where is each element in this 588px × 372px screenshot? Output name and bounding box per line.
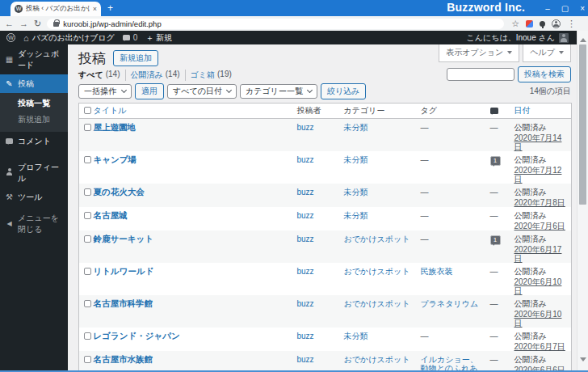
category-link[interactable]: 未分類 bbox=[344, 155, 368, 164]
new-tab-button[interactable]: + bbox=[107, 2, 113, 14]
search-posts-button[interactable]: 投稿を検索 bbox=[518, 66, 571, 82]
scroll-up-icon[interactable] bbox=[580, 35, 586, 42]
post-status: 公開済み bbox=[514, 155, 569, 164]
back-icon[interactable]: ← bbox=[5, 19, 14, 28]
screen-options-button[interactable]: 表示オプション bbox=[439, 44, 519, 62]
home-icon: ⌂ bbox=[23, 33, 29, 43]
author-link[interactable]: buzz bbox=[297, 188, 314, 197]
site-name-link[interactable]: ⌂ バズのお出かけブログ bbox=[23, 32, 115, 44]
sidebar-item-tools[interactable]: ⚒ ツール bbox=[0, 188, 68, 206]
column-header-title[interactable]: タイトル bbox=[90, 104, 294, 119]
admin-bar-comments-link[interactable]: 0 bbox=[123, 33, 138, 42]
submenu-item-add-new[interactable]: 新規追加 bbox=[0, 112, 68, 128]
apply-button[interactable]: 適用 bbox=[135, 83, 164, 99]
author-link[interactable]: buzz bbox=[297, 355, 314, 364]
post-title-link[interactable]: 鈴鹿サーキット bbox=[94, 234, 153, 243]
status-filter-link[interactable]: 公開済み(14) bbox=[131, 70, 180, 81]
sidebar-item-dashboard[interactable]: ▦ ダッシュボード bbox=[0, 44, 68, 74]
sidebar-item-posts[interactable]: ✎ 投稿 bbox=[0, 74, 68, 93]
vertical-scrollbar[interactable] bbox=[577, 31, 588, 370]
post-title-link[interactable]: リトルワールド bbox=[94, 266, 154, 276]
tab-close-icon[interactable]: × bbox=[93, 5, 97, 13]
category-link[interactable]: おでかけスポット bbox=[344, 355, 410, 364]
row-checkbox[interactable] bbox=[84, 300, 91, 307]
browser-menu-icon[interactable]: ⋮ bbox=[567, 19, 576, 28]
extension-icon[interactable] bbox=[526, 20, 533, 27]
category-link[interactable]: 未分類 bbox=[344, 123, 368, 132]
refresh-icon[interactable]: ↻ bbox=[34, 19, 41, 28]
post-title-link[interactable]: 名古屋市科学館 bbox=[94, 298, 153, 308]
table-header-row: タイトル 投稿者 カテゴリー タグ 日付 bbox=[79, 104, 572, 119]
browser-profile-icon[interactable] bbox=[552, 19, 561, 28]
help-button[interactable]: ヘルプ bbox=[523, 44, 571, 62]
user-avatar bbox=[559, 33, 569, 43]
post-title-link[interactable]: 屋上遊園地 bbox=[94, 122, 136, 132]
row-checkbox[interactable] bbox=[84, 356, 91, 363]
author-link[interactable]: buzz bbox=[297, 123, 314, 132]
lock-icon bbox=[53, 22, 59, 27]
row-checkbox[interactable] bbox=[84, 268, 91, 275]
row-checkbox[interactable] bbox=[84, 235, 91, 243]
minimize-button[interactable]: – bbox=[545, 4, 550, 13]
category-filter-select[interactable]: カテゴリー一覧 bbox=[240, 84, 317, 99]
post-title-link[interactable]: 夏の花火大会 bbox=[94, 187, 145, 197]
author-link[interactable]: buzz bbox=[297, 235, 314, 243]
filter-button[interactable]: 絞り込み bbox=[321, 83, 366, 99]
category-link[interactable]: 未分類 bbox=[344, 188, 368, 197]
row-checkbox[interactable] bbox=[84, 332, 91, 340]
row-checkbox[interactable] bbox=[84, 212, 91, 219]
maximize-button[interactable]: ▢ bbox=[561, 4, 569, 13]
person-icon bbox=[6, 168, 14, 176]
status-filter-link[interactable]: ゴミ箱(19) bbox=[191, 70, 232, 81]
author-link[interactable]: buzz bbox=[297, 267, 314, 276]
search-input[interactable] bbox=[447, 68, 514, 81]
category-link[interactable]: 未分類 bbox=[344, 211, 368, 220]
sidebar-item-profile[interactable]: プロフィール bbox=[0, 158, 68, 188]
author-link[interactable]: buzz bbox=[297, 211, 314, 220]
column-header-author: 投稿者 bbox=[294, 104, 341, 119]
sidebar-collapse-menu[interactable]: ◀ メニューを閉じる bbox=[0, 209, 68, 239]
comment-count-badge[interactable]: 1 bbox=[490, 235, 501, 245]
bookmark-star-icon[interactable]: ☆ bbox=[511, 19, 519, 28]
status-filter-link[interactable]: すべて(14) bbox=[78, 70, 120, 81]
wordpress-logo-icon[interactable]: W bbox=[6, 33, 15, 42]
category-link[interactable]: 未分類 bbox=[344, 332, 368, 340]
row-checkbox[interactable] bbox=[84, 188, 91, 196]
row-checkbox[interactable] bbox=[84, 156, 91, 163]
comments-icon bbox=[6, 138, 13, 144]
sidebar-item-comments[interactable]: コメント bbox=[0, 132, 68, 150]
url-bar[interactable]: kuroobi.jp/wp-admin/edit.php bbox=[47, 19, 504, 29]
tag-link[interactable]: イルカショー、動物とのふれあい bbox=[421, 355, 478, 372]
admin-bar-new-link[interactable]: ＋ 新規 bbox=[145, 32, 172, 44]
add-new-post-button[interactable]: 新規追加 bbox=[113, 50, 158, 66]
admin-bar-account[interactable]: こんにちは、Inoue さん bbox=[467, 32, 569, 44]
tag-link[interactable]: プラネタリウム bbox=[421, 299, 479, 308]
date-filter-select[interactable]: すべての日付 bbox=[167, 84, 237, 99]
post-title-link[interactable]: レゴランド・ジャパン bbox=[94, 331, 180, 340]
post-title-link[interactable]: 名古屋城 bbox=[94, 210, 128, 220]
browser-tab[interactable]: W 投稿 ‹ バズのお出かけブログ — Wor × bbox=[10, 2, 101, 16]
post-title-link[interactable]: 名古屋市水族館 bbox=[94, 354, 153, 364]
comment-count-badge[interactable]: 1 bbox=[490, 156, 501, 166]
author-link[interactable]: buzz bbox=[297, 299, 314, 308]
scroll-down-icon[interactable] bbox=[580, 357, 586, 365]
category-link[interactable]: おでかけスポット bbox=[344, 267, 410, 276]
post-title-link[interactable]: キャンプ場 bbox=[94, 154, 136, 164]
category-link[interactable]: おでかけスポット bbox=[344, 235, 410, 243]
category-link[interactable]: おでかけスポット bbox=[344, 299, 410, 308]
forward-icon[interactable]: → bbox=[19, 19, 28, 28]
select-all-checkbox[interactable] bbox=[84, 107, 91, 114]
table-toolbar: 一括操作 適用 すべての日付 カテゴリー一覧 絞り込み 14個の項目 bbox=[78, 83, 571, 99]
column-header-date[interactable]: 日付 bbox=[511, 104, 572, 119]
row-checkbox[interactable] bbox=[84, 124, 91, 131]
author-link[interactable]: buzz bbox=[297, 155, 314, 164]
close-button[interactable]: × bbox=[580, 4, 585, 13]
scrollbar-thumb[interactable] bbox=[579, 44, 586, 205]
no-comments-marker: — bbox=[490, 355, 498, 364]
bulk-action-select[interactable]: 一括操作 bbox=[78, 84, 132, 99]
tag-link[interactable]: 民族衣装 bbox=[421, 267, 453, 276]
post-date: 2020年6月10日 bbox=[514, 277, 569, 295]
extensions-pin-icon[interactable] bbox=[540, 21, 545, 27]
author-link[interactable]: buzz bbox=[297, 332, 314, 340]
submenu-item-all-posts[interactable]: 投稿一覧 bbox=[0, 95, 68, 112]
